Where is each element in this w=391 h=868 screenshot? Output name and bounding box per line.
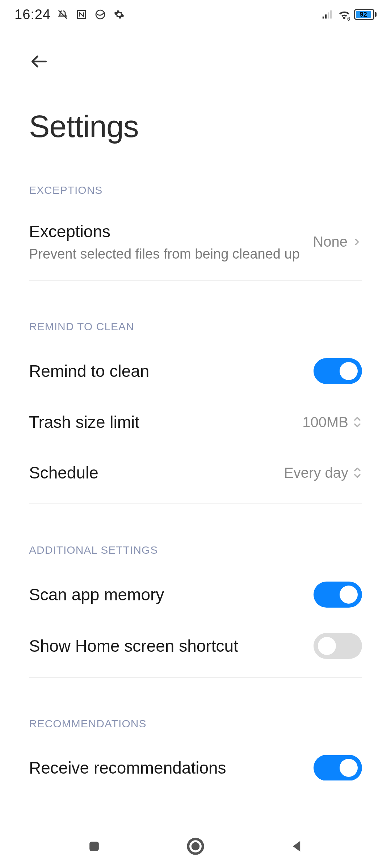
row-value: 100MB [302,414,348,430]
svg-rect-3 [325,14,327,18]
chevron-right-icon [352,237,362,247]
svg-rect-2 [323,17,324,19]
navigation-bar [0,825,391,868]
row-remind-to-clean[interactable]: Remind to clean [29,358,362,384]
section-additional: ADDITIONAL SETTINGS Scan app memory Show… [29,544,362,678]
app-content: Settings EXCEPTIONS Exceptions Prevent s… [0,51,391,799]
section-header-recommendations: RECOMMENDATIONS [29,718,362,730]
row-value: Every day [284,465,348,481]
row-title: Schedule [29,463,284,482]
section-header-exceptions: EXCEPTIONS [29,184,362,196]
toggle-scan-memory[interactable] [314,582,362,608]
row-title: Trash size limit [29,412,302,432]
row-schedule[interactable]: Schedule Every day [29,460,362,485]
svg-point-9 [192,842,200,851]
row-title: Remind to clean [29,361,314,381]
status-left: 16:24 [14,7,126,22]
signal-icon [321,8,335,21]
svg-rect-5 [330,10,332,19]
nav-home-button[interactable] [181,832,210,861]
status-bar: 16:24 [0,0,391,29]
row-title: Exceptions [29,222,313,241]
section-remind: REMIND TO CLEAN Remind to clean Trash si… [29,320,362,504]
battery-indicator: 92 [354,9,377,20]
svg-text:6: 6 [347,16,350,21]
arrow-left-icon [29,51,49,72]
row-scan-memory[interactable]: Scan app memory [29,582,362,608]
section-header-remind: REMIND TO CLEAN [29,320,362,333]
row-title: Receive recommendations [29,758,314,778]
circle-icon [186,837,205,856]
silent-icon [56,8,70,21]
row-subtitle: Prevent selected files from being cleane… [29,246,313,262]
updown-icon [353,415,362,429]
updown-icon [353,466,362,480]
wifi-icon: 6 [337,8,351,21]
gear-icon [112,8,126,21]
toggle-receive-recommendations[interactable] [314,755,362,780]
battery-level: 92 [360,11,367,18]
toggle-home-shortcut[interactable] [314,633,362,659]
row-title: Scan app memory [29,585,314,604]
section-exceptions: EXCEPTIONS Exceptions Prevent selected f… [29,184,362,281]
nav-recents-button[interactable] [80,832,109,861]
circle-icon [93,8,107,21]
nfc-icon [75,8,88,21]
row-receive-recommendations[interactable]: Receive recommendations [29,755,362,780]
row-exceptions[interactable]: Exceptions Prevent selected files from b… [29,222,362,262]
svg-rect-7 [89,842,99,851]
triangle-left-icon [289,838,305,854]
back-button[interactable] [29,51,51,72]
svg-rect-4 [328,12,329,18]
row-home-shortcut[interactable]: Show Home screen shortcut [29,633,362,659]
row-value: None [313,234,348,250]
status-time: 16:24 [14,7,51,22]
section-recommendations: RECOMMENDATIONS Receive recommendations [29,718,362,799]
square-icon [86,838,102,854]
row-title: Show Home screen shortcut [29,636,314,656]
section-header-additional: ADDITIONAL SETTINGS [29,544,362,556]
row-trash-size[interactable]: Trash size limit 100MB [29,409,362,435]
toggle-remind-to-clean[interactable] [314,358,362,384]
page-title: Settings [29,109,362,144]
nav-back-button[interactable] [282,832,311,861]
status-right: 6 92 [321,8,377,21]
